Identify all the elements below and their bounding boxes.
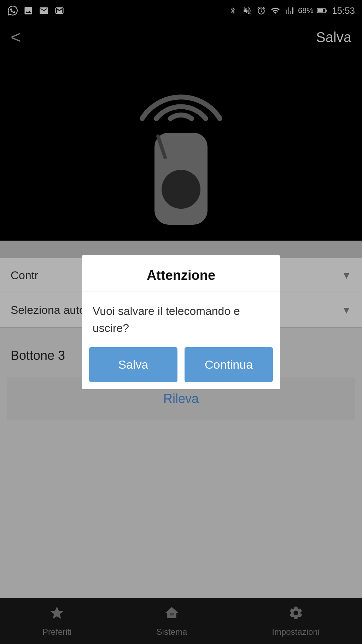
alert-dialog: Attenzione Vuoi salvare il telecomando e… [82,255,280,389]
dialog-overlay: Attenzione Vuoi salvare il telecomando e… [0,0,362,644]
dialog-body: Vuoi salvare il telecomando e uscire? [82,292,280,344]
dialog-continue-button[interactable]: Continua [185,347,273,382]
dialog-save-button[interactable]: Salva [89,347,177,382]
dialog-buttons: Salva Continua [82,344,280,389]
dialog-title: Attenzione [82,255,280,292]
